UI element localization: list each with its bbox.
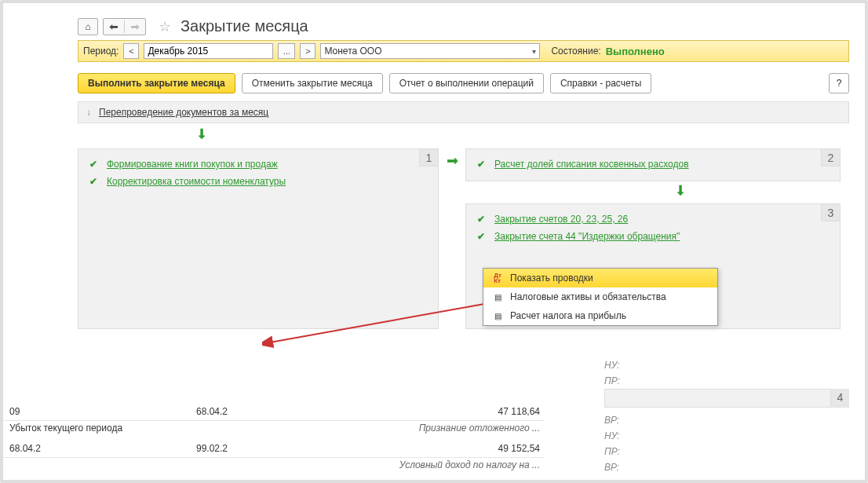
box-3-num: 3 [821,204,840,221]
check-icon: ✔ [89,176,100,187]
table-row: Убыток текущего периода Признание отложе… [3,421,545,440]
link-cost[interactable]: Корректировка стоимости номенклатуры [107,176,286,187]
table-row: 68.04.2 99.02.2 49 152,54 [3,440,545,458]
tag-vr: ВР: [604,412,849,428]
box-2: 2 ✔Расчет долей списания косвенных расхо… [465,148,841,181]
cell-debit: 68.04.2 [8,443,196,454]
doc-icon: ▤ [491,309,504,322]
page-title: Закрытие месяца [181,17,308,35]
tag-vr: ВР: [604,459,849,475]
box-4-num: 4 [830,389,849,406]
home-button[interactable]: ⌂ [78,18,98,35]
check-icon: ✔ [477,159,488,170]
org-value: Монета ООО [324,46,381,57]
arrow-right-icon: 🠪 [446,153,460,170]
ctx-tax-assets[interactable]: ▤ Налоговые активы и обязательства [483,287,717,306]
back-button[interactable]: 🠨 [104,19,124,35]
stage-reposting: ↓ Перепроведение документов за месяц [78,101,849,123]
link-acc20[interactable]: Закрытие счетов 20, 23, 25, 26 [494,214,628,225]
tag-pr: ПР: [604,373,849,389]
cell-sub: Убыток текущего периода [8,423,196,434]
home-icon: ⌂ [85,21,90,32]
arrow-down-icon: 🠫 [674,183,688,199]
period-picker-button[interactable]: ... [278,43,295,59]
table-row: Условный доход по налогу на ... [3,458,545,477]
box-1-num: 1 [419,149,438,166]
cell-desc: Условный доход по налогу на ... [345,459,540,470]
cancel-button[interactable]: Отменить закрытие месяца [242,73,383,93]
stage0-link[interactable]: Перепроведение документов за месяц [99,107,268,118]
ctx-show-entries[interactable]: ДтКт Показать проводки [483,269,717,287]
period-bar: Период: < ... > Монета ООО Состояние: Вы… [78,40,849,62]
table-row: 09 68.04.2 47 118,64 [3,403,545,421]
tag-pr: ПР: [604,444,849,459]
down-small-icon: ↓ [86,107,91,118]
arrow-down-icon: 🠫 [195,126,210,143]
ledger-table: 09 68.04.2 47 118,64 Убыток текущего пер… [3,403,545,477]
box-2-num: 2 [821,149,840,166]
diagram: 🠫 1 ✔Формирование книги покупок и продаж… [78,128,849,348]
check-icon: ✔ [477,214,488,225]
period-input[interactable] [144,43,273,59]
org-select[interactable]: Монета ООО [320,43,540,59]
tag-nu: НУ: [604,357,849,373]
period-label: Период: [83,46,119,57]
dtkt-icon: ДтКт [491,272,504,284]
box-4: 4 [604,389,849,408]
link-acc44[interactable]: Закрытие счета 44 "Издержки обращения" [494,231,680,242]
execute-button[interactable]: Выполнить закрытие месяца [78,73,235,93]
doc-icon: ▤ [491,291,504,303]
cell-amount: 47 118,64 [345,406,540,417]
help-button[interactable]: ? [829,73,849,93]
box-1: 1 ✔Формирование книги покупок и продаж ✔… [78,148,439,329]
tag-nu: НУ: [604,428,849,444]
period-next-button[interactable]: > [300,43,315,59]
cell-amount: 49 152,54 [345,443,540,454]
side-column: НУ: ПР: 4 ВР: НУ: ПР: ВР: [604,357,849,475]
check-icon: ✔ [89,159,100,170]
link-book[interactable]: Формирование книги покупок и продаж [107,159,278,170]
context-menu: ДтКт Показать проводки ▤ Налоговые актив… [483,268,718,326]
cell-debit: 09 [8,406,196,417]
cell-desc: Признание отложенного ... [345,423,540,434]
cell-credit: 99.02.2 [196,443,345,454]
period-prev-button[interactable]: < [123,43,139,59]
ctx-tax-calc[interactable]: ▤ Расчет налога на прибыль [483,306,717,325]
cell-credit: 68.04.2 [196,406,345,417]
star-icon[interactable]: ☆ [159,18,171,35]
refs-button[interactable]: Справки - расчеты [550,73,651,93]
forward-button[interactable]: 🠪 [125,19,145,35]
report-button[interactable]: Отчет о выполнении операций [389,73,544,93]
check-icon: ✔ [477,231,488,242]
link-share[interactable]: Расчет долей списания косвенных расходов [494,159,689,170]
state-label: Состояние: [551,46,600,57]
nav-group: 🠨 🠪 [103,18,146,35]
state-value: Выполнено [606,46,665,57]
